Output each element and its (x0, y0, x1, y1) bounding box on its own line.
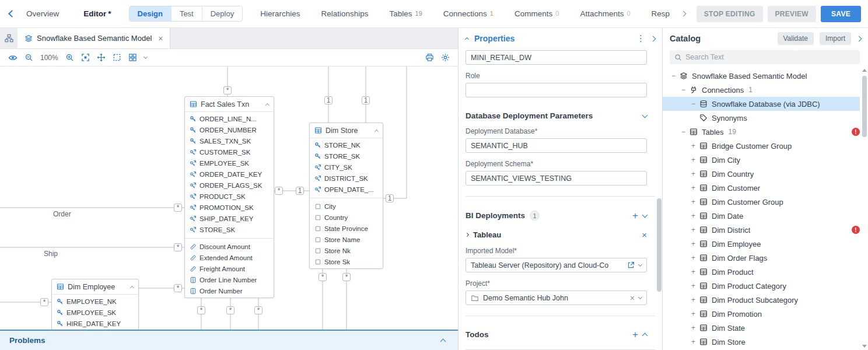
nav-item[interactable]: Resp (652, 9, 670, 18)
scrollbar-thumb[interactable] (657, 198, 662, 292)
back-icon[interactable] (8, 10, 16, 18)
diagram-table[interactable]: Fact Sales Txn ORDER_LINE_N... (184, 96, 274, 298)
tree-item[interactable]: + Dim Customer (663, 181, 860, 195)
nav-item[interactable]: Connections1 (443, 9, 494, 18)
tree-item[interactable]: + Dim Date (663, 209, 860, 223)
table-field[interactable]: SALES_TXN_SK (185, 135, 274, 146)
imported-model-select[interactable]: Tableau Server (Repository) and Cloud-Co (466, 258, 647, 272)
properties-menu-icon[interactable]: ⋮ (636, 33, 645, 44)
validate-button[interactable]: Validate (778, 32, 814, 45)
collapse-table-icon[interactable] (130, 285, 134, 289)
import-button[interactable]: Import (820, 32, 851, 45)
scroll-up-icon[interactable] (862, 69, 867, 72)
remove-bi-deployment-icon[interactable]: × (642, 230, 647, 240)
tree-expander-icon[interactable]: + (690, 142, 697, 150)
table-field[interactable]: ORDER_LINE_N... (185, 113, 274, 124)
scrollbar-thumb[interactable] (862, 76, 867, 137)
print-icon[interactable] (425, 53, 434, 62)
zoom-in-icon[interactable] (65, 53, 74, 62)
problems-bar[interactable]: Problems (0, 330, 458, 350)
tree-item[interactable]: + Dim Product Category (663, 279, 860, 293)
table-field[interactable]: Order Number (185, 285, 274, 296)
close-tab-icon[interactable]: × (158, 34, 163, 43)
dataset-field[interactable] (466, 50, 647, 65)
pan-icon[interactable] (97, 53, 106, 62)
table-field[interactable]: Discount Amount (185, 241, 274, 252)
tree-item[interactable]: − Snowflake Database (via JDBC) (663, 97, 860, 111)
mode-tab[interactable]: Test (171, 6, 202, 21)
tree-item[interactable]: − Connections 1 (663, 83, 860, 97)
tree-expander-icon[interactable]: + (690, 170, 697, 178)
tree-expander-icon[interactable]: + (690, 254, 697, 262)
tree-item[interactable]: + Dim Product (663, 265, 860, 279)
tree-expander-icon[interactable]: − (680, 86, 687, 94)
bi-deployments-section[interactable]: BI Deployments 1 + (466, 211, 647, 220)
save-button[interactable]: SAVE (821, 6, 861, 22)
table-field[interactable]: ORDER_DATE_KEY (185, 169, 274, 180)
imported-model-dropdown-icon[interactable] (638, 262, 642, 266)
table-field[interactable]: PROMOTION_SK (185, 202, 274, 213)
visibility-icon[interactable] (8, 53, 18, 62)
deployment-database-field[interactable] (466, 138, 647, 153)
table-field[interactable]: PRODUCT_SK (185, 191, 274, 202)
tree-item[interactable]: + Dim Employee (663, 237, 860, 251)
catalog-scrollbar[interactable] (862, 69, 867, 349)
settings-icon[interactable] (441, 53, 450, 62)
table-field[interactable]: OPEN_DATE_... (310, 184, 383, 195)
nav-item[interactable]: Hierarchies (260, 9, 300, 18)
tree-item[interactable]: − Snowflake Based Semantic Model (663, 69, 860, 83)
tree-item[interactable]: + Dim District ! (663, 223, 860, 237)
tree-expander-icon[interactable]: + (690, 156, 697, 164)
tree-item[interactable]: + Dim Promotion (663, 307, 860, 321)
table-field[interactable]: Order Line Number (185, 274, 274, 285)
tree-expander-icon[interactable]: + (690, 324, 697, 332)
table-field[interactable]: State Province (310, 223, 383, 234)
table-field[interactable]: EMPLOYEE_NK (52, 296, 138, 307)
catalog-search[interactable] (670, 50, 860, 64)
table-field[interactable]: Freight Amount (185, 263, 274, 274)
collapse-bi-deployments-icon[interactable] (642, 212, 648, 218)
project-dropdown-icon[interactable] (638, 295, 642, 299)
nav-item[interactable]: Tables19 (390, 9, 422, 18)
table-field[interactable]: Store Sk (310, 256, 383, 267)
table-header[interactable]: Dim Store (310, 123, 383, 138)
table-field[interactable]: STORE_NK (310, 139, 383, 150)
external-link-icon[interactable] (627, 261, 635, 269)
tree-item[interactable]: + Dim Order Flags (663, 251, 860, 265)
diagram-mode-icon[interactable] (0, 28, 18, 48)
diagram-table[interactable]: Dim Store STORE_NK (309, 123, 383, 269)
tree-expander-icon[interactable]: + (690, 184, 697, 192)
table-field[interactable]: Store Name (310, 234, 383, 245)
table-field[interactable]: CITY_SK (310, 162, 383, 173)
add-bi-deployment-icon[interactable]: + (632, 212, 638, 220)
tree-expander-icon[interactable]: + (690, 282, 697, 290)
todos-section[interactable]: Todos + (466, 330, 647, 339)
table-header[interactable]: Fact Sales Txn (185, 97, 274, 112)
table-field[interactable]: Store Nk (310, 245, 383, 256)
collapse-todos-icon[interactable] (642, 332, 648, 338)
table-field[interactable]: City (310, 201, 383, 212)
tree-expander-icon[interactable]: − (670, 72, 677, 80)
collapse-problems-icon[interactable] (440, 338, 446, 344)
table-field[interactable]: EMPLOYEE_SK (185, 158, 274, 169)
nav-item[interactable]: Comments0 (514, 9, 559, 18)
tree-item[interactable]: + Dim State (663, 321, 860, 335)
table-field[interactable]: ORDER_FLAGS_SK (185, 180, 274, 191)
tree-item[interactable]: + Dim Product Subcategory (663, 293, 860, 307)
scroll-down-icon[interactable] (862, 345, 867, 348)
tree-expander-icon[interactable]: + (690, 268, 697, 276)
collapse-table-icon[interactable] (265, 103, 270, 107)
nav-item[interactable]: Relationships (321, 9, 368, 18)
tree-item[interactable]: Synonyms (663, 111, 860, 125)
table-field[interactable]: EMPLOYEE_SK (52, 307, 138, 318)
tree-expander-icon[interactable]: + (690, 226, 697, 234)
tree-expander-icon[interactable]: + (690, 212, 697, 220)
tree-expander-icon[interactable]: + (690, 240, 697, 248)
document-tab[interactable]: Snowflake Based Semantic Model × (18, 28, 170, 48)
project-select[interactable]: Demo Semantic Hub John × (466, 290, 647, 305)
toolbar-more-icon[interactable] (144, 54, 148, 58)
mode-tab[interactable]: Design (130, 6, 171, 21)
table-field[interactable]: ORDER_NUMBER (185, 124, 274, 135)
tree-expander-icon[interactable]: − (690, 100, 697, 108)
tree-expander-icon[interactable]: + (690, 296, 697, 304)
